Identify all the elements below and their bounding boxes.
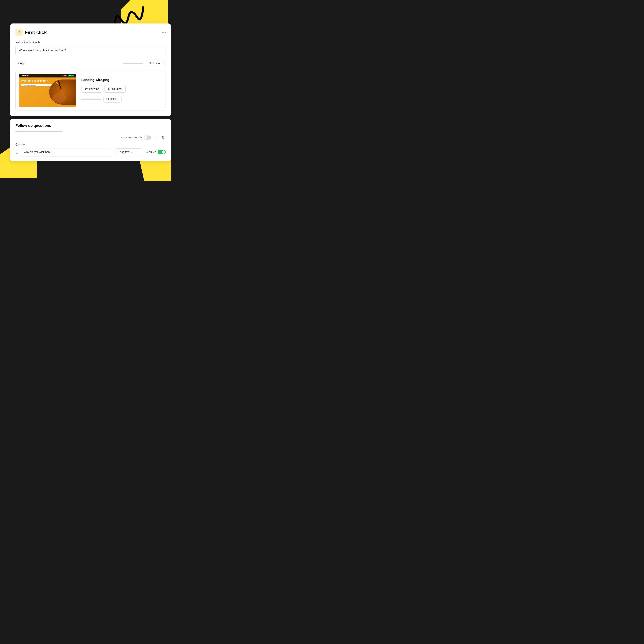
follow-up-header: Follow up questions xyxy=(15,123,166,128)
drag-dot-2 xyxy=(17,151,18,151)
drag-dot-row-3 xyxy=(16,153,18,154)
ue-search-field: Enter delivery address xyxy=(21,84,55,86)
dpi-select[interactable]: Std-DPI xyxy=(103,96,122,103)
design-row: Design No frame xyxy=(15,60,166,67)
image-filename: Landing-wire.png xyxy=(81,78,162,82)
ue-address-placeholder: Enter delivery address xyxy=(24,85,36,86)
card-title-group: 🖱️ First click xyxy=(15,29,47,36)
more-dot-2 xyxy=(163,32,164,33)
preview-icon xyxy=(85,87,88,90)
first-click-icon: 🖱️ xyxy=(15,29,23,36)
preview-button[interactable]: Preview xyxy=(81,85,102,93)
drag-dot-4 xyxy=(17,152,18,152)
drag-dot-6 xyxy=(17,153,18,154)
question-input[interactable] xyxy=(21,148,113,156)
delete-icon xyxy=(161,136,165,139)
first-click-card: 🖱️ First click Instruction (optional) De… xyxy=(10,23,171,116)
main-container: 🖱️ First click Instruction (optional) De… xyxy=(10,23,171,161)
more-dot-1 xyxy=(162,32,163,33)
frame-select-chevron xyxy=(161,63,163,64)
question-type-select[interactable]: Long text xyxy=(115,148,142,156)
dpi-chevron xyxy=(117,99,119,100)
ue-loc-dot xyxy=(22,85,23,86)
drag-dot-5 xyxy=(16,153,17,154)
instruction-input[interactable] xyxy=(15,46,166,55)
ue-buttons: Log in Sign up xyxy=(62,75,74,76)
card-header: 🖱️ First click xyxy=(15,29,166,36)
drag-dot-1 xyxy=(16,151,17,151)
image-preview-container: Uber Eats Log in Sign up Order food to y… xyxy=(19,74,76,107)
design-right: No frame xyxy=(123,60,166,67)
ue-logo: Uber Eats xyxy=(21,75,29,76)
required-toggle-knob xyxy=(162,150,165,154)
drag-dot-3 xyxy=(16,152,17,152)
trash-icon xyxy=(108,87,111,90)
question-type-value: Long text xyxy=(118,151,129,154)
follow-up-card: Follow up questions Show conditionally xyxy=(10,119,171,161)
conditional-row: Show conditionally xyxy=(15,135,166,140)
image-info: Landing-wire.png Preview xyxy=(81,78,162,103)
instruction-label: Instruction (optional) xyxy=(15,41,166,44)
design-bar xyxy=(123,63,143,64)
more-dot-3 xyxy=(165,32,166,33)
ue-bowl xyxy=(52,93,66,103)
ue-corn-2 xyxy=(57,83,58,84)
ue-login-btn: Log in xyxy=(62,75,67,76)
follow-up-title-bar xyxy=(15,131,62,132)
ue-signup-btn: Sign up xyxy=(68,75,74,76)
ue-corn-3 xyxy=(55,85,56,85)
uber-eats-mockup: Uber Eats Log in Sign up Order food to y… xyxy=(19,74,76,107)
dpi-bar xyxy=(81,99,101,100)
drag-handle[interactable] xyxy=(15,150,19,154)
ue-food-overlay xyxy=(49,79,76,105)
svg-rect-1 xyxy=(155,137,157,139)
frame-select-value: No frame xyxy=(149,62,160,65)
required-label: Required xyxy=(145,151,156,154)
toggle-knob xyxy=(144,136,147,139)
frame-select[interactable]: No frame xyxy=(146,60,166,67)
dpi-select-value: Std-DPI xyxy=(106,98,116,101)
image-actions: Preview Remove xyxy=(81,85,162,93)
duplicate-button[interactable] xyxy=(153,135,158,140)
required-row: Required xyxy=(145,150,166,154)
ue-spoon xyxy=(58,80,61,90)
dpi-row: Std-DPI xyxy=(81,96,162,103)
more-options-button[interactable] xyxy=(162,32,166,33)
drag-dot-row-1 xyxy=(16,151,18,151)
ue-corn-1 xyxy=(56,82,57,83)
design-card: Uber Eats Log in Sign up Order food to y… xyxy=(15,70,166,111)
type-select-chevron xyxy=(131,152,132,153)
required-toggle[interactable] xyxy=(158,150,166,154)
drag-dot-row-2 xyxy=(16,152,18,152)
duplicate-icon xyxy=(154,136,157,139)
question-row: Long text Required xyxy=(15,148,166,156)
remove-button[interactable]: Remove xyxy=(104,85,126,93)
remove-button-label: Remove xyxy=(112,87,122,90)
svg-point-0 xyxy=(86,89,87,89)
card-title: First click xyxy=(25,30,47,35)
question-label: Question xyxy=(15,143,166,146)
follow-up-title: Follow up questions xyxy=(15,123,51,128)
design-label: Design xyxy=(15,62,25,65)
delete-question-button[interactable] xyxy=(160,135,166,140)
show-conditionally-label: Show conditionally xyxy=(121,136,142,139)
show-conditionally-toggle[interactable] xyxy=(144,136,151,140)
ue-header: Uber Eats Log in Sign up xyxy=(19,74,76,77)
preview-button-label: Preview xyxy=(89,87,99,90)
